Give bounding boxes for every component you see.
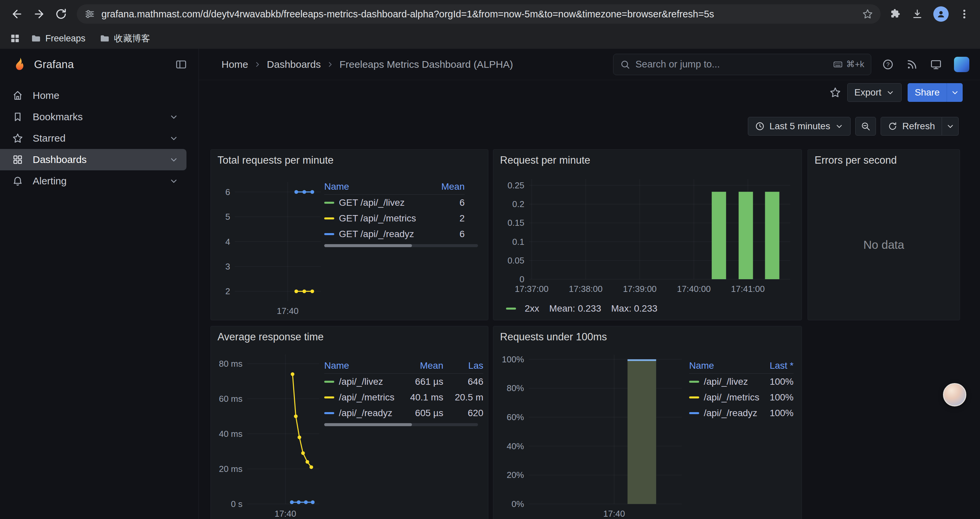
- scrollbar-thumb[interactable]: [324, 244, 412, 247]
- request-per-minute-chart[interactable]: 0.250.20.150.10.05017:37:0017:38:0017:39…: [529, 179, 790, 279]
- floating-avatar-button[interactable]: [943, 383, 966, 406]
- series-name[interactable]: GET /api/_/readyz: [339, 229, 414, 240]
- chevron-down-icon[interactable]: [169, 155, 178, 164]
- rss-news-icon[interactable]: [906, 58, 918, 70]
- legend-row[interactable]: /api/_/metrics 100%: [689, 390, 794, 405]
- series-color-icon: [689, 381, 699, 383]
- legend-row[interactable]: /api/_/livez 100%: [689, 374, 794, 390]
- legend-row[interactable]: GET /api/_/metrics 2: [324, 211, 465, 226]
- series-name[interactable]: /api/_/livez: [339, 376, 383, 387]
- sidebar-item-home[interactable]: Home: [0, 85, 186, 106]
- svg-text:3: 3: [226, 262, 230, 271]
- panel-title[interactable]: Errors per second: [815, 154, 897, 166]
- chevron-down-icon[interactable]: [169, 112, 178, 121]
- sidebar-item-starred[interactable]: Starred: [0, 128, 186, 149]
- series-name[interactable]: /api/_/metrics: [704, 392, 759, 403]
- time-range-label: Last 5 minutes: [770, 121, 830, 132]
- under-100ms-chart[interactable]: 100%80%60%40%20%0%17:40: [529, 355, 682, 504]
- browser-back-button[interactable]: [7, 4, 27, 24]
- sidebar-item-alerting[interactable]: Alerting: [0, 170, 186, 192]
- bookmark-folder-freeleaps[interactable]: Freeleaps: [27, 32, 89, 45]
- help-icon[interactable]: ?: [882, 58, 894, 70]
- series-name[interactable]: /api/_/readyz: [339, 408, 392, 418]
- legend-col-last[interactable]: Last *: [760, 360, 794, 371]
- browser-menu-kebab-icon[interactable]: [959, 8, 970, 20]
- sidebar-item-bookmarks[interactable]: Bookmarks: [0, 106, 186, 128]
- sidebar-collapse-icon[interactable]: [175, 58, 187, 70]
- refresh-button[interactable]: Refresh: [881, 117, 942, 136]
- breadcrumb-dashboards[interactable]: Dashboards: [267, 59, 321, 70]
- legend-row[interactable]: GET /api/_/readyz 6: [324, 226, 465, 242]
- share-dropdown-button[interactable]: [947, 83, 963, 102]
- bookmark-star-icon[interactable]: [862, 8, 873, 20]
- sidebar-item-dashboards[interactable]: Dashboards: [0, 149, 186, 170]
- favorite-star-icon[interactable]: [829, 86, 841, 99]
- zoom-out-button[interactable]: [855, 117, 876, 136]
- series-color-icon: [324, 412, 334, 414]
- chevron-down-icon: [951, 88, 959, 97]
- user-avatar[interactable]: [954, 57, 969, 72]
- svg-text:0.05: 0.05: [508, 256, 524, 265]
- avg-response-chart[interactable]: 80 ms60 ms40 ms20 ms0 s17:40: [247, 355, 319, 504]
- series-name[interactable]: /api/_/readyz: [704, 408, 757, 418]
- browser-forward-button[interactable]: [29, 4, 49, 24]
- panel-title[interactable]: Request per minute: [500, 154, 590, 166]
- legend-row[interactable]: /api/_/metrics 40.1 ms 20.5 m: [324, 390, 483, 405]
- series-name[interactable]: /api/_/metrics: [339, 392, 395, 403]
- legend-col-name[interactable]: Name: [689, 360, 760, 371]
- breadcrumb-home[interactable]: Home: [221, 59, 248, 70]
- dashboards-grid-icon: [12, 154, 23, 165]
- legend-header: Name Mean Las: [324, 358, 483, 374]
- panel-requests-under-100ms: Requests under 100ms 100%80%60%40%20%0%1…: [493, 326, 802, 519]
- total-requests-chart[interactable]: 6543217:40: [235, 182, 321, 301]
- extensions-puzzle-icon[interactable]: [889, 8, 901, 20]
- chevron-down-icon[interactable]: [169, 176, 178, 186]
- address-bar[interactable]: grafana.mathmast.com/d/deytv4rwavabkb/fr…: [77, 4, 881, 24]
- svg-text:40 ms: 40 ms: [219, 429, 242, 439]
- svg-text:17:40: 17:40: [277, 306, 299, 316]
- panel-title[interactable]: Total requests per minute: [218, 154, 334, 166]
- browser-reload-button[interactable]: [51, 4, 72, 24]
- legend-series-2xx[interactable]: 2xx: [506, 303, 539, 314]
- bookmark-folder-blog[interactable]: 收藏博客: [95, 31, 154, 46]
- legend-col-name[interactable]: Name: [324, 181, 434, 192]
- series-name[interactable]: GET /api/_/metrics: [339, 213, 416, 224]
- scrollbar-thumb[interactable]: [324, 423, 412, 426]
- time-range-picker[interactable]: Last 5 minutes: [748, 117, 851, 136]
- grafana-logo-icon[interactable]: [11, 57, 27, 72]
- refresh-interval-dropdown[interactable]: [942, 117, 959, 136]
- chevron-down-icon[interactable]: [169, 134, 178, 143]
- url-text[interactable]: grafana.mathmast.com/d/deytv4rwavabkb/fr…: [102, 9, 856, 20]
- share-button[interactable]: Share: [908, 83, 947, 102]
- search-input[interactable]: Search or jump to... ⌘+k: [613, 54, 871, 75]
- legend-row[interactable]: /api/_/readyz 605 µs 620: [324, 405, 483, 421]
- series-name[interactable]: /api/_/livez: [704, 376, 748, 387]
- downloads-icon[interactable]: [911, 8, 923, 20]
- export-button[interactable]: Export: [847, 83, 902, 102]
- legend-row[interactable]: /api/_/livez 661 µs 646: [324, 374, 483, 390]
- legend-col-name[interactable]: Name: [324, 360, 398, 371]
- legend-row[interactable]: /api/_/readyz 100%: [689, 405, 794, 421]
- legend-row[interactable]: GET /api/_/livez 6: [324, 195, 465, 211]
- legend-col-mean[interactable]: Mean: [434, 181, 465, 192]
- monitor-icon[interactable]: [930, 58, 942, 70]
- svg-text:0.15: 0.15: [508, 218, 524, 228]
- legend-col-last[interactable]: Las: [443, 360, 483, 371]
- panel-title[interactable]: Average response time: [218, 331, 323, 343]
- site-settings-tune-icon[interactable]: [84, 8, 95, 20]
- series-name[interactable]: GET /api/_/livez: [339, 197, 405, 208]
- legend-scrollbar[interactable]: [324, 423, 478, 426]
- legend-col-mean[interactable]: Mean: [398, 360, 443, 371]
- apps-grid-icon[interactable]: [10, 33, 21, 44]
- legend-scrollbar[interactable]: [324, 244, 478, 247]
- star-icon: [12, 133, 23, 144]
- bookmark-label: Freeleaps: [45, 34, 85, 44]
- panel-title[interactable]: Requests under 100ms: [500, 331, 607, 343]
- breadcrumb-separator-icon: [253, 61, 261, 69]
- svg-text:80%: 80%: [507, 383, 524, 393]
- keyboard-icon: [833, 59, 843, 69]
- series-mean-value: 40.1 ms: [398, 392, 443, 403]
- svg-text:80 ms: 80 ms: [219, 359, 242, 369]
- browser-profile-avatar[interactable]: [933, 6, 949, 22]
- folder-icon: [99, 33, 110, 44]
